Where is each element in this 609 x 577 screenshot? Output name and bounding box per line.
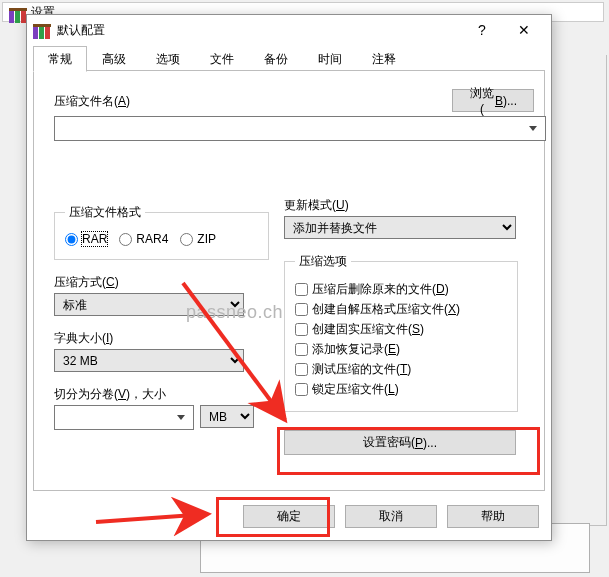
- update-mode-label: 更新模式(U): [284, 197, 528, 214]
- check-delete-after-input[interactable]: [295, 283, 308, 296]
- dialog-footer: 确定 取消 帮助: [27, 497, 551, 540]
- check-sfx[interactable]: 创建自解压格式压缩文件(X): [295, 301, 507, 318]
- update-mode-select[interactable]: 添加并替换文件: [284, 216, 516, 239]
- tab-backup[interactable]: 备份: [249, 46, 303, 71]
- tab-advanced[interactable]: 高级: [87, 46, 141, 71]
- dict-size-label: 字典大小(I): [54, 330, 269, 347]
- chevron-down-icon: [173, 415, 189, 421]
- set-password-button[interactable]: 设置密码(P)...: [284, 430, 516, 455]
- cancel-button[interactable]: 取消: [345, 505, 437, 528]
- parent-app-icon: [9, 5, 23, 19]
- default-profile-dialog: 默认配置 ? ✕ 常规 高级 选项 文件 备份 时间 注释 压缩文件名(A) 浏…: [26, 14, 552, 541]
- radio-rar[interactable]: RAR: [65, 232, 107, 246]
- compression-method-label: 压缩方式(C): [54, 274, 269, 291]
- ok-button[interactable]: 确定: [243, 505, 335, 528]
- app-icon: [33, 21, 51, 39]
- check-test[interactable]: 测试压缩的文件(T): [295, 361, 507, 378]
- split-size-combo[interactable]: [54, 405, 194, 430]
- dialog-title: 默认配置: [57, 22, 461, 39]
- split-label: 切分为分卷(V)，大小: [54, 386, 269, 403]
- tab-row: 常规 高级 选项 文件 备份 时间 注释: [27, 45, 551, 71]
- parent-window-edge: [588, 55, 607, 526]
- compression-options-legend: 压缩选项: [295, 253, 351, 270]
- tab-comment[interactable]: 注释: [357, 46, 411, 71]
- close-button[interactable]: ✕: [503, 17, 545, 43]
- radio-rar4-input[interactable]: [119, 233, 132, 246]
- dialog-titlebar: 默认配置 ? ✕: [27, 15, 551, 45]
- archive-format-legend: 压缩文件格式: [65, 204, 145, 221]
- tab-files[interactable]: 文件: [195, 46, 249, 71]
- check-recovery-input[interactable]: [295, 343, 308, 356]
- dict-size-select[interactable]: 32 MB: [54, 349, 244, 372]
- tab-options[interactable]: 选项: [141, 46, 195, 71]
- help-footer-button[interactable]: 帮助: [447, 505, 539, 528]
- check-delete-after[interactable]: 压缩后删除原来的文件(D): [295, 281, 507, 298]
- check-lock[interactable]: 锁定压缩文件(L): [295, 381, 507, 398]
- tab-general[interactable]: 常规: [33, 46, 87, 72]
- compression-options-group: 压缩选项 压缩后删除原来的文件(D) 创建自解压格式压缩文件(X) 创建固实压缩…: [284, 253, 518, 412]
- check-lock-input[interactable]: [295, 383, 308, 396]
- tab-body-general: 压缩文件名(A) 浏览(B)... 压缩文件格式: [33, 71, 545, 491]
- split-unit-select[interactable]: MB: [200, 405, 254, 428]
- check-recovery[interactable]: 添加恢复记录(E): [295, 341, 507, 358]
- archive-format-group: 压缩文件格式 RAR RAR4 ZIP: [54, 204, 269, 260]
- radio-zip[interactable]: ZIP: [180, 232, 216, 246]
- compression-method-select[interactable]: 标准: [54, 293, 244, 316]
- radio-zip-input[interactable]: [180, 233, 193, 246]
- check-solid[interactable]: 创建固实压缩文件(S): [295, 321, 507, 338]
- radio-rar4[interactable]: RAR4: [119, 232, 168, 246]
- radio-rar-input[interactable]: [65, 233, 78, 246]
- tab-time[interactable]: 时间: [303, 46, 357, 71]
- check-test-input[interactable]: [295, 363, 308, 376]
- check-solid-input[interactable]: [295, 323, 308, 336]
- help-button[interactable]: ?: [461, 17, 503, 43]
- check-sfx-input[interactable]: [295, 303, 308, 316]
